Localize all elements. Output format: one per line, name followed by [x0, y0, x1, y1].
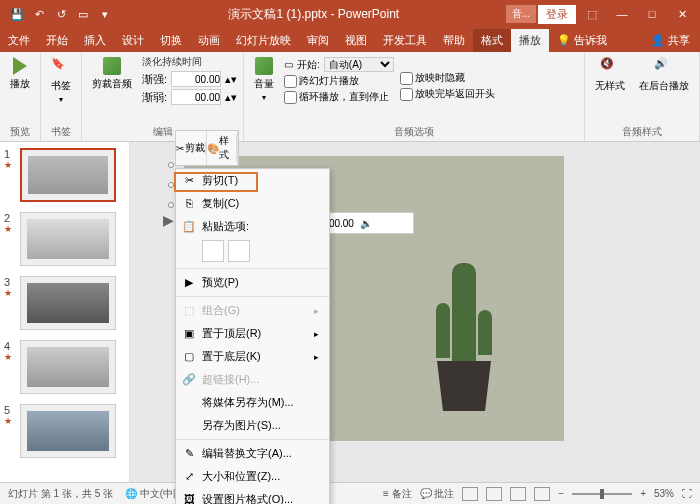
share-button[interactable]: 👤 共享 [641, 33, 700, 48]
ctx-preview[interactable]: ▶预览(P) [176, 271, 329, 294]
hide-checkbox[interactable] [400, 72, 413, 85]
play-button[interactable]: 播放 [6, 55, 34, 124]
background-icon: 🔊 [654, 57, 674, 77]
zoom-slider[interactable] [572, 493, 632, 495]
zoom-in[interactable]: + [640, 488, 646, 499]
mini-style[interactable]: 🎨样式 [207, 131, 238, 165]
ctx-group: ⬚组合(G)▸ [176, 299, 329, 322]
mini-trim[interactable]: ✂剪裁 [176, 131, 207, 165]
across-slides-checkbox[interactable] [284, 75, 297, 88]
rewind-checkbox[interactable] [400, 88, 413, 101]
status-slide: 幻灯片 第 1 张，共 5 张 [8, 487, 113, 501]
mini-toolbar: ✂剪裁 🎨样式 [175, 130, 239, 166]
play-overlay-icon[interactable]: ▶ [163, 212, 174, 228]
player-volume-icon[interactable]: 🔉 [360, 218, 372, 229]
ctx-save-picture[interactable]: 另存为图片(S)... [176, 414, 329, 437]
qat-more-icon[interactable]: ▾ [96, 5, 114, 23]
tab-home[interactable]: 开始 [38, 29, 76, 52]
fadein-label: 渐强: [142, 72, 167, 87]
zoom-level[interactable]: 53% [654, 488, 674, 499]
thumb-5[interactable]: 5★ [4, 404, 125, 458]
ribbon-options-icon[interactable]: ⬚ [578, 0, 606, 28]
no-style-icon: 🔇 [600, 57, 620, 77]
trim-audio-button[interactable]: 剪裁音频 [88, 55, 136, 124]
login-button[interactable]: 登录 [538, 5, 576, 24]
zoom-out[interactable]: − [558, 488, 564, 499]
ctx-alt-text[interactable]: ✎编辑替换文字(A)... [176, 442, 329, 465]
view-slideshow[interactable] [534, 487, 550, 501]
back-icon: ▢ [182, 350, 196, 364]
fade-header: 淡化持续时间 [142, 55, 237, 69]
paste-option-1[interactable] [202, 240, 224, 262]
ctx-hyperlink: 🔗超链接(H)... [176, 368, 329, 391]
start-slideshow-icon[interactable]: ▭ [74, 5, 92, 23]
notes-button[interactable]: ≡ 备注 [383, 487, 412, 501]
view-sorter[interactable] [486, 487, 502, 501]
ctx-save-media[interactable]: 将媒体另存为(M)... [176, 391, 329, 414]
group-audio-options: 音频选项 [250, 124, 578, 139]
tab-insert[interactable]: 插入 [76, 29, 114, 52]
alttext-icon: ✎ [182, 447, 196, 461]
ctx-send-back[interactable]: ▢置于底层(K)▸ [176, 345, 329, 368]
view-reading[interactable] [510, 487, 526, 501]
redo-icon[interactable]: ↺ [52, 5, 70, 23]
context-badge: 音... [506, 5, 536, 23]
fadeout-label: 渐弱: [142, 90, 167, 105]
volume-button[interactable]: 音量 ▾ [250, 55, 278, 124]
loop-checkbox[interactable] [284, 91, 297, 104]
ctx-bring-front[interactable]: ▣置于顶层(R)▸ [176, 322, 329, 345]
ctx-format-picture[interactable]: 🖼设置图片格式(O)... [176, 488, 329, 504]
window-title: 演示文稿1 (1).pptx - PowerPoint [122, 6, 506, 23]
trim-icon [103, 57, 121, 75]
close-icon[interactable]: ✕ [668, 0, 696, 28]
slide-panel: 1★ 2★ 3★ 4★ 5★ [0, 142, 130, 482]
tab-design[interactable]: 设计 [114, 29, 152, 52]
group-icon: ⬚ [182, 304, 196, 318]
thumb-4[interactable]: 4★ [4, 340, 125, 394]
tab-slideshow[interactable]: 幻灯片放映 [228, 29, 299, 52]
front-icon: ▣ [182, 327, 196, 341]
start-label: ▭ [284, 59, 293, 70]
copy-icon: ⎘ [182, 197, 196, 211]
ctx-cut[interactable]: ✂剪切(T) [176, 169, 329, 192]
paste-option-2[interactable] [228, 240, 250, 262]
bookmark-icon: 🔖 [51, 57, 71, 77]
tab-help[interactable]: 帮助 [435, 29, 473, 52]
tab-transition[interactable]: 切换 [152, 29, 190, 52]
fit-window[interactable]: ⛶ [682, 488, 692, 499]
play-icon [13, 57, 27, 75]
paste-icon: 📋 [182, 220, 196, 234]
tab-format[interactable]: 格式 [473, 29, 511, 52]
tab-dev[interactable]: 开发工具 [375, 29, 435, 52]
preview-icon: ▶ [182, 276, 196, 290]
ctx-size-position[interactable]: ⤢大小和位置(Z)... [176, 465, 329, 488]
fadein-input[interactable] [171, 71, 221, 87]
ctx-copy[interactable]: ⎘复制(C) [176, 192, 329, 215]
no-style-button[interactable]: 🔇 无样式 [591, 55, 629, 124]
undo-icon[interactable]: ↶ [30, 5, 48, 23]
minimize-icon[interactable]: — [608, 0, 636, 28]
context-menu: ✂剪切(T) ⎘复制(C) 📋粘贴选项: ▶预览(P) ⬚组合(G)▸ ▣置于顶… [175, 168, 330, 504]
tell-me[interactable]: 💡 告诉我 [549, 33, 615, 48]
thumb-1[interactable]: 1★ [4, 148, 125, 202]
save-icon[interactable]: 💾 [8, 5, 26, 23]
thumb-2[interactable]: 2★ [4, 212, 125, 266]
group-preview: 预览 [6, 124, 34, 139]
tab-review[interactable]: 审阅 [299, 29, 337, 52]
thumb-3[interactable]: 3★ [4, 276, 125, 330]
view-normal[interactable] [462, 487, 478, 501]
maximize-icon[interactable]: □ [638, 0, 666, 28]
tab-animation[interactable]: 动画 [190, 29, 228, 52]
format-icon: 🖼 [182, 493, 196, 505]
tab-playback[interactable]: 播放 [511, 29, 549, 52]
fadeout-input[interactable] [171, 89, 221, 105]
tab-view[interactable]: 视图 [337, 29, 375, 52]
bookmarks-button[interactable]: 🔖 书签 ▾ [47, 55, 75, 124]
play-background-button[interactable]: 🔊 在后台播放 [635, 55, 693, 124]
tab-file[interactable]: 文件 [0, 29, 38, 52]
comments-button[interactable]: 💬 批注 [420, 487, 455, 501]
cut-icon: ✂ [182, 174, 196, 188]
volume-icon [255, 57, 273, 75]
group-bookmarks: 书签 [47, 124, 75, 139]
start-select[interactable]: 自动(A) [324, 57, 394, 72]
